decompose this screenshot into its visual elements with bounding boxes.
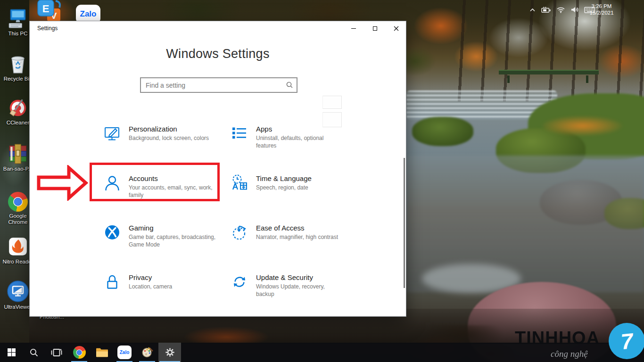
tile-title: Privacy <box>129 273 216 281</box>
tile-title: Ease of Access <box>256 224 343 232</box>
wallpaper-autumn-leaves <box>542 116 622 136</box>
minimize-icon <box>351 28 356 29</box>
tray-date: 15/2/2021 <box>586 9 617 16</box>
tray-time: 3:26 PM <box>586 3 617 9</box>
tile-desc: Your accounts, email, sync, work, family <box>129 184 216 199</box>
maximize-button[interactable] <box>364 21 386 36</box>
tray-clock[interactable]: 3:26 PM 15/2/2021 <box>586 3 617 16</box>
tile-title: Personalization <box>129 125 216 133</box>
start-button[interactable] <box>0 343 23 362</box>
tile-title: Update & Security <box>256 273 343 281</box>
personalization-icon <box>103 124 122 143</box>
evkey-icon: VE <box>34 1 67 23</box>
settings-tile-accounts[interactable]: AccountsYour accounts, email, sync, work… <box>103 173 223 199</box>
time-language-icon <box>230 173 249 192</box>
window-titlebar[interactable]: Settings <box>30 21 406 36</box>
accounts-icon <box>103 173 122 192</box>
search-input[interactable] <box>140 77 297 93</box>
wallpaper-bridge <box>499 70 599 74</box>
settings-searchbox <box>140 77 297 93</box>
file-explorer-icon <box>96 347 108 358</box>
tile-desc: Narrator, magnifier, high contrast <box>256 234 343 241</box>
window-scrollbar[interactable] <box>404 158 405 288</box>
system-tray <box>529 0 595 19</box>
settings-tile-personalization[interactable]: PersonalizationBackground, lock screen, … <box>103 124 223 143</box>
settings-tile-ease-of-access[interactable]: Ease of AccessNarrator, magnifier, high … <box>230 223 351 242</box>
tile-desc: Uninstall, defaults, optional features <box>256 135 343 149</box>
minimize-button[interactable] <box>343 21 364 36</box>
render-artifact <box>322 96 342 109</box>
gear-icon <box>165 347 175 358</box>
chrome-icon <box>73 346 86 359</box>
tray-chevron-icon[interactable] <box>529 7 536 13</box>
close-icon <box>394 26 399 31</box>
windows-logo-icon <box>8 348 16 356</box>
tile-desc: Location, camera <box>129 283 216 291</box>
window-title: Settings <box>37 25 58 32</box>
search-icon <box>29 348 39 357</box>
taskbar-settings-button[interactable] <box>158 343 181 362</box>
task-view-icon <box>51 348 62 357</box>
close-button[interactable] <box>386 21 407 36</box>
tile-desc: Speech, region, date <box>256 184 343 192</box>
settings-tile-gaming[interactable]: GamingGame bar, captures, broadcasting, … <box>103 223 223 248</box>
privacy-lock-icon <box>103 272 122 291</box>
settings-tile-update-security[interactable]: Update & SecurityWindows Update, recover… <box>230 272 351 298</box>
tile-title: Gaming <box>129 224 216 232</box>
tile-desc: Windows Update, recovery, backup <box>256 283 343 298</box>
speaker-icon[interactable] <box>570 6 579 13</box>
desktop-screen: TINHHOA This PC Recycle Bin CCleaner Ban… <box>0 0 644 362</box>
page-title: Windows Settings <box>30 47 406 61</box>
zalo-wordmark: Zalo <box>80 9 97 19</box>
settings-tile-privacy[interactable]: PrivacyLocation, camera <box>103 272 223 291</box>
tile-desc: Game bar, captures, broadcasting, Game M… <box>129 234 216 248</box>
taskbar-chrome-button[interactable] <box>68 343 91 362</box>
taskbar-paint-button[interactable] <box>136 343 158 362</box>
watermark-tagline: công nghệ <box>551 349 588 359</box>
battery-icon[interactable] <box>541 6 551 13</box>
paint-icon <box>141 346 154 359</box>
settings-tile-time-language[interactable]: Time & LanguageSpeech, region, date <box>230 173 351 192</box>
brand-badge-7: 7 <box>609 323 644 359</box>
tile-desc: Background, lock screen, colors <box>129 135 216 142</box>
taskbar-file-explorer-button[interactable] <box>91 343 113 362</box>
badge-number: 7 <box>619 328 634 354</box>
zalo-icon: Zalo <box>117 346 132 359</box>
update-security-icon <box>230 272 249 291</box>
settings-tile-apps[interactable]: AppsUninstall, defaults, optional featur… <box>230 124 351 149</box>
taskbar-zalo-button[interactable]: Zalo <box>113 343 136 362</box>
tile-title: Apps <box>256 125 343 133</box>
wallpaper-mossy-rock <box>412 117 473 146</box>
tile-title: Accounts <box>129 174 216 182</box>
tile-title: Time & Language <box>256 174 343 182</box>
evkey-e-letter: E <box>42 3 50 15</box>
desktop-icon-evkey[interactable]: VE <box>34 1 67 23</box>
gaming-xbox-icon <box>103 223 122 242</box>
search-icon <box>286 81 293 89</box>
zalo-wordmark: Zalo <box>120 350 130 355</box>
maximize-icon <box>373 26 377 31</box>
taskbar: Zalo <box>0 343 644 362</box>
settings-window: Settings Windows Settings Personalizatio… <box>29 21 406 317</box>
wifi-icon[interactable] <box>556 6 565 13</box>
apps-icon <box>230 124 249 143</box>
task-view-button[interactable] <box>45 343 68 362</box>
taskbar-search-button[interactable] <box>23 343 45 362</box>
ease-of-access-icon <box>230 223 249 242</box>
